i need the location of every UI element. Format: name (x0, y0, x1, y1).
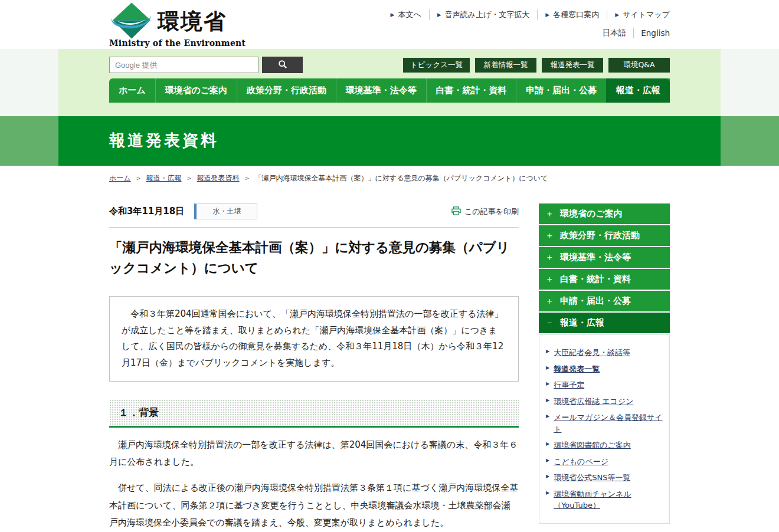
sidebar-item-press-pr[interactable]: － 報道・広報 (539, 313, 670, 334)
site-search-input[interactable] (109, 57, 258, 73)
nav-application-recruitment[interactable]: 申請・届出・公募 (516, 78, 606, 103)
sidebar: ＋ 環境省のご案内 ＋ 政策分野・行政活動 ＋ 環境基準・法令等 ＋ 白書・統計… (539, 203, 670, 524)
article-meta-row: 令和3年11月18日 水・土壌 この記事を印刷 (109, 203, 519, 228)
lang-japanese: 日本語 (603, 28, 634, 38)
triangle-icon: ▶ (546, 458, 549, 468)
sublink-pr-magazine-ecojin[interactable]: ▶ 環境省広報誌 エコジン (546, 396, 665, 408)
sidebar-item-application-recruitment[interactable]: ＋ 申請・届出・公募 (539, 291, 670, 313)
section1-paragraph-2: 併せて、同法による改正後の瀬戸内海環境保全特別措置法第３条第１項に基づく瀬戸内海… (109, 480, 519, 531)
minus-icon: － (539, 317, 560, 329)
utility-link-label: サイトマップ (623, 9, 670, 20)
category-badge-water-soil[interactable]: 水・土壌 (194, 203, 257, 219)
sidebar-item-about-ministry[interactable]: ＋ 環境省のご案内 (539, 203, 670, 225)
search-button[interactable] (262, 57, 303, 73)
triangle-icon: ▶ (615, 12, 619, 18)
triangle-icon: ▶ (546, 382, 549, 391)
link-sitemap[interactable]: ▶ サイトマップ (607, 9, 670, 20)
sidebar-item-label: 申請・届出・公募 (560, 295, 631, 307)
topics-list-button[interactable]: トピックス一覧 (403, 58, 470, 73)
plus-icon: ＋ (539, 230, 560, 241)
sublink-kids-page[interactable]: ▶ こどものページ (546, 456, 665, 468)
sublink-label[interactable]: こどものページ (554, 456, 608, 468)
sublink-label[interactable]: 環境省公式SNS等一覧 (554, 472, 630, 484)
link-audio-textsize[interactable]: ▶ 音声読み上げ・文字拡大 (430, 9, 538, 20)
sidebar-submenu-press-pr: ▶ 大臣記者会見・談話等 ▶ 報道発表一覧 ▶ 行事予定 ▶ 環境省広報誌 エコ… (539, 334, 670, 524)
sidebar-item-label: 環境省のご案内 (560, 208, 623, 219)
article-lead-box: 令和３年第204回通常国会において、「瀬戸内海環境保全特別措置法の一部を改正する… (109, 296, 519, 382)
plus-icon: ＋ (539, 252, 560, 263)
triangle-icon: ▶ (546, 414, 549, 435)
section1-paragraph-1: 瀬戸内海環境保全特別措置法の一部を改正する法律は、第204回国会における審議の末… (109, 436, 519, 471)
link-to-main-content[interactable]: ▶ 本文へ (383, 9, 430, 20)
sublink-label[interactable]: 環境省動画チャンネル（YouTube） (554, 488, 665, 511)
sublink-official-sns-list[interactable]: ▶ 環境省公式SNS等一覧 (546, 472, 665, 484)
triangle-icon: ▶ (546, 442, 549, 451)
triangle-icon: ▶ (546, 474, 549, 484)
ministry-logo[interactable]: 環境省 Ministry of the Environment (109, 2, 246, 48)
nav-policy-activities[interactable]: 政策分野・行政活動 (237, 78, 336, 103)
lang-english-link[interactable]: English (634, 28, 670, 38)
main-navigation: ホーム 環境省のご案内 政策分野・行政活動 環境基準・法令等 白書・統計・資料 … (109, 78, 670, 103)
sublink-label[interactable]: 報道発表一覧 (554, 363, 600, 375)
sublink-library-guide[interactable]: ▶ 環境省図書館のご案内 (546, 439, 665, 451)
sublink-label[interactable]: 大臣記者会見・談話等 (554, 347, 630, 359)
sublink-press-release-list[interactable]: ▶ 報道発表一覧 (546, 363, 665, 375)
nav-whitepaper-statistics[interactable]: 白書・統計・資料 (426, 78, 516, 103)
sidebar-item-label: 政策分野・行政活動 (560, 230, 640, 241)
link-contact-guide[interactable]: ▶ 各種窓口案内 (538, 9, 607, 20)
sublink-mail-magazine[interactable]: ▶ メールマガジン＆会員登録サイト (546, 412, 665, 435)
plus-icon: ＋ (539, 295, 560, 307)
nav-standards-laws[interactable]: 環境基準・法令等 (336, 78, 426, 103)
article-title: 「瀬戸内海環境保全基本計画（案）」に対する意見の募集（パブリックコメント）につい… (109, 237, 519, 278)
breadcrumb-home[interactable]: ホーム (109, 174, 131, 182)
triangle-icon: ▶ (437, 12, 441, 18)
sublink-label[interactable]: 行事予定 (554, 379, 584, 391)
sidebar-item-label: 報道・広報 (560, 317, 604, 329)
triangle-icon: ▶ (546, 349, 549, 359)
ministry-name: 環境省 (158, 7, 227, 37)
triangle-icon: ▶ (391, 12, 395, 18)
breadcrumb-press-pr[interactable]: 報道・広報 (146, 174, 182, 182)
site-header: 環境省 Ministry of the Environment ▶ 本文へ ▶ … (0, 0, 779, 49)
sidebar-item-label: 環境基準・法令等 (560, 252, 631, 263)
utility-link-label: 音声読み上げ・文字拡大 (445, 9, 530, 20)
nav-home[interactable]: ホーム (109, 78, 155, 103)
nav-press-pr[interactable]: 報道・広報 (606, 78, 670, 103)
breadcrumb: ホーム＞報道・広報＞報道発表資料＞「瀬戸内海環境保全基本計画（案）」に対する意見… (109, 173, 670, 183)
breadcrumb-press-releases[interactable]: 報道発表資料 (197, 174, 240, 182)
article-date: 令和3年11月18日 (109, 206, 184, 217)
sidebar-item-whitepaper-statistics[interactable]: ＋ 白書・統計・資料 (539, 269, 670, 291)
nav-about-ministry[interactable]: 環境省のご案内 (155, 78, 237, 103)
env-qa-button[interactable]: 環境Q&A (608, 58, 670, 73)
triangle-icon: ▶ (546, 366, 549, 375)
sidebar-item-policy-activities[interactable]: ＋ 政策分野・行政活動 (539, 225, 670, 247)
plus-icon: ＋ (539, 274, 560, 285)
sublink-youtube-channel[interactable]: ▶ 環境省動画チャンネル（YouTube） (546, 488, 665, 511)
ministry-name-en: Ministry of the Environment (109, 38, 246, 48)
sidebar-item-label: 白書・統計・資料 (560, 274, 631, 285)
sublink-event-schedule[interactable]: ▶ 行事予定 (546, 379, 665, 391)
section-heading-background: １．背景 (109, 399, 519, 428)
printer-icon (451, 206, 461, 217)
triangle-icon: ▶ (545, 12, 549, 18)
utility-link-label: 本文へ (398, 9, 421, 20)
triangle-icon: ▶ (546, 491, 549, 511)
breadcrumb-current: 「瀬戸内海環境保全基本計画（案）」に対する意見の募集（パブリックコメント）につい… (255, 174, 548, 182)
article-lead-text: 令和３年第204回通常国会において、「瀬戸内海環境保全特別措置法の一部を改正する… (122, 308, 503, 368)
print-article-link[interactable]: この記事を印刷 (451, 206, 519, 217)
new-info-list-button[interactable]: 新着情報一覧 (475, 58, 536, 73)
search-icon (278, 60, 287, 71)
sidebar-item-standards-laws[interactable]: ＋ 環境基準・法令等 (539, 247, 670, 269)
breadcrumb-separator: ＞ (244, 174, 251, 182)
sublink-minister-press-conference[interactable]: ▶ 大臣記者会見・談話等 (546, 347, 665, 359)
search-nav-band: トピックス一覧 新着情報一覧 報道発表一覧 環境Q&A ホーム 環境省のご案内 … (0, 49, 779, 116)
sublink-label[interactable]: 環境省広報誌 エコジン (554, 396, 633, 408)
page-title: 報道発表資料 (109, 116, 670, 151)
press-release-list-button[interactable]: 報道発表一覧 (542, 58, 603, 73)
plus-icon: ＋ (539, 208, 560, 219)
sublink-label[interactable]: 環境省図書館のご案内 (554, 439, 631, 451)
sublink-label[interactable]: メールマガジン＆会員登録サイト (554, 412, 665, 435)
breadcrumb-separator: ＞ (135, 174, 142, 182)
utility-link-label: 各種窓口案内 (553, 9, 599, 20)
ministry-logo-icon (109, 2, 154, 42)
